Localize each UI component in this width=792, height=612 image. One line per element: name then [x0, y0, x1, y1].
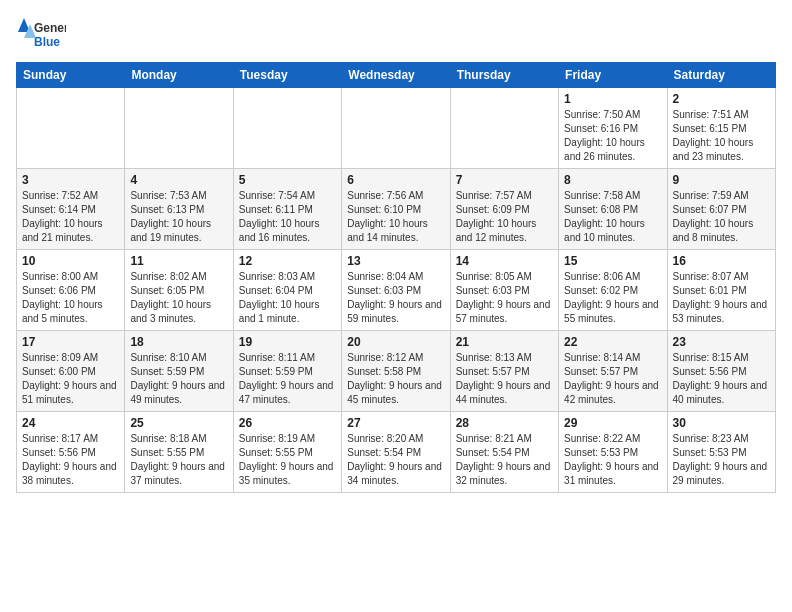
calendar-cell: 11Sunrise: 8:02 AM Sunset: 6:05 PM Dayli… [125, 250, 233, 331]
calendar-cell [450, 88, 558, 169]
day-of-week-header: Tuesday [233, 63, 341, 88]
calendar-week-row: 3Sunrise: 7:52 AM Sunset: 6:14 PM Daylig… [17, 169, 776, 250]
calendar-cell: 24Sunrise: 8:17 AM Sunset: 5:56 PM Dayli… [17, 412, 125, 493]
day-info: Sunrise: 8:12 AM Sunset: 5:58 PM Dayligh… [347, 351, 444, 407]
day-info: Sunrise: 8:23 AM Sunset: 5:53 PM Dayligh… [673, 432, 770, 488]
day-info: Sunrise: 8:18 AM Sunset: 5:55 PM Dayligh… [130, 432, 227, 488]
calendar-cell: 25Sunrise: 8:18 AM Sunset: 5:55 PM Dayli… [125, 412, 233, 493]
day-number: 4 [130, 173, 227, 187]
day-info: Sunrise: 8:04 AM Sunset: 6:03 PM Dayligh… [347, 270, 444, 326]
day-number: 16 [673, 254, 770, 268]
calendar-cell: 16Sunrise: 8:07 AM Sunset: 6:01 PM Dayli… [667, 250, 775, 331]
calendar-cell: 19Sunrise: 8:11 AM Sunset: 5:59 PM Dayli… [233, 331, 341, 412]
calendar-cell [17, 88, 125, 169]
day-number: 14 [456, 254, 553, 268]
day-number: 12 [239, 254, 336, 268]
day-number: 5 [239, 173, 336, 187]
svg-text:General: General [34, 21, 66, 35]
calendar-cell: 13Sunrise: 8:04 AM Sunset: 6:03 PM Dayli… [342, 250, 450, 331]
day-info: Sunrise: 7:57 AM Sunset: 6:09 PM Dayligh… [456, 189, 553, 245]
day-of-week-header: Friday [559, 63, 667, 88]
day-number: 25 [130, 416, 227, 430]
calendar-cell: 22Sunrise: 8:14 AM Sunset: 5:57 PM Dayli… [559, 331, 667, 412]
day-number: 30 [673, 416, 770, 430]
day-info: Sunrise: 8:15 AM Sunset: 5:56 PM Dayligh… [673, 351, 770, 407]
calendar-cell: 12Sunrise: 8:03 AM Sunset: 6:04 PM Dayli… [233, 250, 341, 331]
day-number: 20 [347, 335, 444, 349]
calendar-cell: 5Sunrise: 7:54 AM Sunset: 6:11 PM Daylig… [233, 169, 341, 250]
day-number: 10 [22, 254, 119, 268]
calendar-cell: 17Sunrise: 8:09 AM Sunset: 6:00 PM Dayli… [17, 331, 125, 412]
day-info: Sunrise: 8:09 AM Sunset: 6:00 PM Dayligh… [22, 351, 119, 407]
day-number: 9 [673, 173, 770, 187]
day-info: Sunrise: 7:56 AM Sunset: 6:10 PM Dayligh… [347, 189, 444, 245]
day-info: Sunrise: 8:14 AM Sunset: 5:57 PM Dayligh… [564, 351, 661, 407]
day-number: 6 [347, 173, 444, 187]
day-number: 28 [456, 416, 553, 430]
day-number: 11 [130, 254, 227, 268]
day-number: 8 [564, 173, 661, 187]
day-of-week-header: Monday [125, 63, 233, 88]
day-number: 3 [22, 173, 119, 187]
day-number: 19 [239, 335, 336, 349]
calendar-cell: 2Sunrise: 7:51 AM Sunset: 6:15 PM Daylig… [667, 88, 775, 169]
day-info: Sunrise: 8:17 AM Sunset: 5:56 PM Dayligh… [22, 432, 119, 488]
day-info: Sunrise: 7:59 AM Sunset: 6:07 PM Dayligh… [673, 189, 770, 245]
day-info: Sunrise: 8:13 AM Sunset: 5:57 PM Dayligh… [456, 351, 553, 407]
day-info: Sunrise: 7:50 AM Sunset: 6:16 PM Dayligh… [564, 108, 661, 164]
calendar-table: SundayMondayTuesdayWednesdayThursdayFrid… [16, 62, 776, 493]
header: General Blue [16, 16, 776, 54]
logo-svg: General Blue [16, 16, 66, 54]
day-info: Sunrise: 8:21 AM Sunset: 5:54 PM Dayligh… [456, 432, 553, 488]
calendar-cell: 30Sunrise: 8:23 AM Sunset: 5:53 PM Dayli… [667, 412, 775, 493]
calendar-cell: 9Sunrise: 7:59 AM Sunset: 6:07 PM Daylig… [667, 169, 775, 250]
day-number: 26 [239, 416, 336, 430]
day-info: Sunrise: 8:03 AM Sunset: 6:04 PM Dayligh… [239, 270, 336, 326]
day-number: 21 [456, 335, 553, 349]
calendar-cell: 8Sunrise: 7:58 AM Sunset: 6:08 PM Daylig… [559, 169, 667, 250]
day-number: 18 [130, 335, 227, 349]
day-info: Sunrise: 8:22 AM Sunset: 5:53 PM Dayligh… [564, 432, 661, 488]
calendar-cell: 23Sunrise: 8:15 AM Sunset: 5:56 PM Dayli… [667, 331, 775, 412]
calendar-cell: 27Sunrise: 8:20 AM Sunset: 5:54 PM Dayli… [342, 412, 450, 493]
day-number: 24 [22, 416, 119, 430]
day-info: Sunrise: 8:02 AM Sunset: 6:05 PM Dayligh… [130, 270, 227, 326]
day-number: 22 [564, 335, 661, 349]
day-info: Sunrise: 7:53 AM Sunset: 6:13 PM Dayligh… [130, 189, 227, 245]
day-number: 29 [564, 416, 661, 430]
day-number: 7 [456, 173, 553, 187]
calendar-cell [233, 88, 341, 169]
day-info: Sunrise: 7:54 AM Sunset: 6:11 PM Dayligh… [239, 189, 336, 245]
day-of-week-header: Wednesday [342, 63, 450, 88]
calendar-cell: 21Sunrise: 8:13 AM Sunset: 5:57 PM Dayli… [450, 331, 558, 412]
day-number: 23 [673, 335, 770, 349]
calendar-cell: 6Sunrise: 7:56 AM Sunset: 6:10 PM Daylig… [342, 169, 450, 250]
calendar-cell [342, 88, 450, 169]
day-of-week-header: Sunday [17, 63, 125, 88]
day-of-week-header: Thursday [450, 63, 558, 88]
day-of-week-header: Saturday [667, 63, 775, 88]
calendar-week-row: 24Sunrise: 8:17 AM Sunset: 5:56 PM Dayli… [17, 412, 776, 493]
calendar-header-row: SundayMondayTuesdayWednesdayThursdayFrid… [17, 63, 776, 88]
day-info: Sunrise: 8:05 AM Sunset: 6:03 PM Dayligh… [456, 270, 553, 326]
calendar-cell: 14Sunrise: 8:05 AM Sunset: 6:03 PM Dayli… [450, 250, 558, 331]
day-info: Sunrise: 8:11 AM Sunset: 5:59 PM Dayligh… [239, 351, 336, 407]
calendar-cell [125, 88, 233, 169]
calendar-cell: 28Sunrise: 8:21 AM Sunset: 5:54 PM Dayli… [450, 412, 558, 493]
calendar-week-row: 1Sunrise: 7:50 AM Sunset: 6:16 PM Daylig… [17, 88, 776, 169]
calendar-cell: 3Sunrise: 7:52 AM Sunset: 6:14 PM Daylig… [17, 169, 125, 250]
day-info: Sunrise: 8:19 AM Sunset: 5:55 PM Dayligh… [239, 432, 336, 488]
day-number: 2 [673, 92, 770, 106]
day-info: Sunrise: 7:52 AM Sunset: 6:14 PM Dayligh… [22, 189, 119, 245]
calendar-cell: 7Sunrise: 7:57 AM Sunset: 6:09 PM Daylig… [450, 169, 558, 250]
day-number: 17 [22, 335, 119, 349]
day-number: 27 [347, 416, 444, 430]
calendar-cell: 20Sunrise: 8:12 AM Sunset: 5:58 PM Dayli… [342, 331, 450, 412]
day-number: 15 [564, 254, 661, 268]
calendar-cell: 18Sunrise: 8:10 AM Sunset: 5:59 PM Dayli… [125, 331, 233, 412]
day-info: Sunrise: 8:20 AM Sunset: 5:54 PM Dayligh… [347, 432, 444, 488]
day-info: Sunrise: 7:58 AM Sunset: 6:08 PM Dayligh… [564, 189, 661, 245]
day-info: Sunrise: 8:10 AM Sunset: 5:59 PM Dayligh… [130, 351, 227, 407]
calendar-cell: 29Sunrise: 8:22 AM Sunset: 5:53 PM Dayli… [559, 412, 667, 493]
day-info: Sunrise: 8:07 AM Sunset: 6:01 PM Dayligh… [673, 270, 770, 326]
